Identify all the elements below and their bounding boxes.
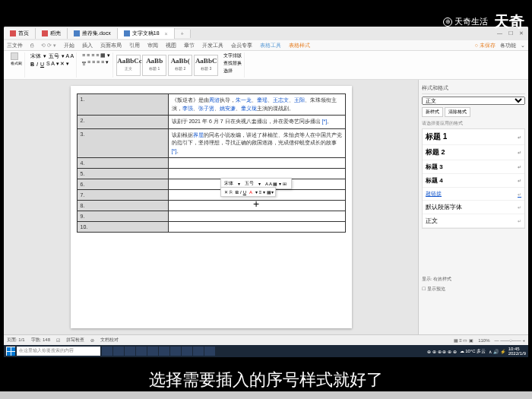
taskbar-app-icon[interactable] <box>159 347 169 356</box>
text-cursor: + <box>253 198 259 210</box>
zoom-level[interactable]: 110% <box>478 338 489 343</box>
text-layout-button[interactable]: 文字排版 <box>223 52 242 59</box>
taskbar-app-icon[interactable] <box>147 347 158 356</box>
style-list[interactable]: 标题 1↵标题 2↵标题 3↵标题 4↵超链接↵默认段落字体↵正文↵ <box>422 128 525 229</box>
start-button[interactable] <box>6 347 15 356</box>
style-list-item[interactable]: 正文↵ <box>423 214 524 228</box>
table-row[interactable]: 4. <box>77 158 345 169</box>
document-canvas[interactable]: 1.《叛逆者》是由周游执导，朱一龙、童瑶、王志文、王阳、朱珠领衔主演，李强、张子… <box>4 80 418 334</box>
table-row[interactable]: 6. <box>77 179 345 190</box>
taskbar-app-icon[interactable] <box>193 347 204 356</box>
file-menu[interactable]: 三文件 <box>7 42 23 49</box>
current-style-select[interactable]: 正文 <box>422 97 525 105</box>
system-tray[interactable]: ⊕ ⊕ ⊕ ⊕ ⊕ ⊕ ☁ 10°C 多云 ∧ 🔊 ⚡ 10:452022/1/… <box>427 347 526 356</box>
ribbon-toolbar: 格式刷 宋体▾ 五号▾ A A B I U S A ▾ ✕ ▾ ≡ ≡ ≡ ≡ … <box>4 51 528 80</box>
rtab-section[interactable]: 章节 <box>184 42 195 49</box>
rtab-view[interactable]: 视图 <box>166 42 176 49</box>
rtab-ref[interactable]: 引用 <box>129 42 140 49</box>
taskbar[interactable]: 在这里输入你要搜索的内容 ⊕ ⊕ ⊕ ⊕ ⊕ ⊕ ☁ 10°C 多云 ∧ 🔊 ⚡… <box>4 345 528 357</box>
ribbon-tabs: 三文件 ⎙ ⟲ ⟳ ▾ 开始 插入 页面布局 引用 审阅 视图 章节 开发工具 … <box>4 40 528 51</box>
style-gallery[interactable]: AaBbCcDd正文 AaBb标题 1 AaBb(标题 2 AaBbC标题 3 <box>116 55 218 76</box>
rtab-tablestyle[interactable]: 表格样式 <box>289 42 310 49</box>
video-subtitle: 选择需要插入的序号样式就好了 <box>0 369 532 391</box>
clear-format-button[interactable]: 清除格式 <box>445 107 470 117</box>
table-row[interactable]: 1.《叛逆者》是由周游执导，朱一龙、童瑶、王志文、王阳、朱珠领衔主演，李强、张子… <box>77 94 345 116</box>
rtab-insert[interactable]: 插入 <box>82 42 93 49</box>
table-row[interactable]: 7. <box>77 190 345 201</box>
taskbar-app-icon[interactable] <box>170 347 181 356</box>
table-row[interactable]: 5. <box>77 169 345 179</box>
taskbar-app-icon[interactable] <box>102 347 112 356</box>
taskbar-search[interactable]: 在这里输入你要搜索的内容 <box>17 347 100 356</box>
style-list-item[interactable]: 标题 4↵ <box>423 174 524 188</box>
status-bar: 页面: 1/1 字数: 148 ☑拼写检查 ⊘文档校对 ▦ ≡ ▭ ▣ 110%… <box>4 334 528 345</box>
tab-docer[interactable]: 稻壳 <box>36 28 68 39</box>
rtab-vip[interactable]: 会员专享 <box>231 42 252 49</box>
table-row[interactable]: 2.该剧于 2021 年 6 月 7 日在央视八套播出，并在爱奇艺同步播出 [*… <box>77 116 345 129</box>
tab-doc2[interactable]: 文字文稿18× <box>118 28 175 39</box>
rtab-review[interactable]: 审阅 <box>147 42 158 49</box>
table-row[interactable]: 10. <box>77 222 345 233</box>
find-replace-button[interactable]: 查找替换 <box>223 60 242 67</box>
rtab-dev[interactable]: 开发工具 <box>202 42 223 49</box>
style-list-item[interactable]: 标题 2↵ <box>423 145 524 160</box>
new-tab-button[interactable]: + <box>175 30 191 38</box>
tab-doc1[interactable]: 推荐集.docx <box>68 28 118 39</box>
taskbar-app-icon[interactable] <box>204 347 215 356</box>
taskbar-app-icon[interactable] <box>136 347 147 356</box>
rtab-layout[interactable]: 页面布局 <box>100 42 122 49</box>
tab-home[interactable]: 首页 <box>4 28 36 39</box>
style-list-item[interactable]: 默认段落字体↵ <box>423 201 524 214</box>
rtab-start[interactable]: 开始 <box>64 42 74 49</box>
new-style-button[interactable]: 新样式 <box>422 107 443 117</box>
style-list-item[interactable]: 标题 3↵ <box>423 160 524 174</box>
taskbar-app-icon[interactable] <box>113 347 124 356</box>
table-row[interactable]: 8. <box>77 201 345 211</box>
content-table[interactable]: 1.《叛逆者》是由周游执导，朱一龙、童瑶、王志文、王阳、朱珠领衔主演，李强、张子… <box>77 93 346 233</box>
taskbar-app-icon[interactable] <box>125 347 135 356</box>
paste-icon[interactable] <box>11 52 18 60</box>
taskbar-app-icon[interactable] <box>182 347 192 356</box>
page: 1.《叛逆者》是由周游执导，朱一龙、童瑶、王志文、王阳、朱珠领衔主演，李强、张子… <box>71 86 352 328</box>
style-list-item[interactable]: 超链接↵ <box>423 188 524 201</box>
print-icon[interactable]: ⎙ <box>30 43 33 48</box>
style-list-item[interactable]: 标题 1↵ <box>423 129 524 145</box>
select-button[interactable]: 选择 <box>223 68 242 74</box>
watermark: ⊕天奇生活天奇 <box>443 11 524 32</box>
mini-toolbar-row2[interactable]: ✕ ⎘B I U A ▾ ≡ ▾ ▦▾ <box>220 187 276 197</box>
table-row[interactable]: 3.该剧根据界屋的同名小说改编，讲述了林楠笙、朱怡贞等人在中国共产党的指引下，坚… <box>77 128 345 158</box>
rtab-tabletools[interactable]: 表格工具 <box>260 42 281 49</box>
table-row[interactable]: 9. <box>77 211 345 222</box>
styles-pane: 样式和格式 正文 新样式 清除格式 请选择要应用的格式 标题 1↵标题 2↵标题… <box>418 80 528 334</box>
